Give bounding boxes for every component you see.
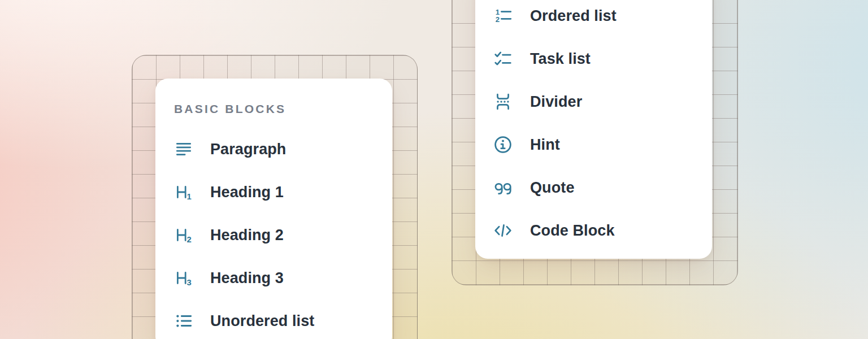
menu-item-hint[interactable]: Hint <box>475 123 712 166</box>
menu-item-code-block[interactable]: Code Block <box>475 209 712 252</box>
ordered-list-icon: 1 2 <box>493 6 513 25</box>
menu-item-heading-3[interactable]: 3 Heading 3 <box>155 257 392 299</box>
menu-item-ordered-list[interactable]: 1 2 Ordered list <box>475 0 712 37</box>
heading-2-icon: 2 <box>174 225 193 245</box>
heading-3-digit: 3 <box>187 278 192 287</box>
menu-item-quote[interactable]: Quote <box>475 166 712 209</box>
menu-item-label: Hint <box>530 136 560 154</box>
menu-item-label: Paragraph <box>210 141 286 158</box>
heading-1-digit: 1 <box>187 192 192 201</box>
heading-2-digit: 2 <box>187 235 192 244</box>
menu-item-label: Heading 1 <box>210 184 284 201</box>
menu-items: 1 2 Ordered list Task list <box>475 0 712 252</box>
unordered-list-icon <box>174 311 193 331</box>
menu-item-label: Heading 2 <box>210 227 284 244</box>
block-menu-illustration: { "accent_color": "#337a99", "label_colo… <box>0 0 868 339</box>
menu-item-heading-1[interactable]: 1 Heading 1 <box>155 171 392 214</box>
menu-item-label: Heading 3 <box>210 270 284 287</box>
more-blocks-panel: 1 2 Ordered list Task list <box>475 0 712 259</box>
paragraph-icon <box>174 140 193 159</box>
divider-icon <box>493 92 513 111</box>
basic-blocks-panel: BASIC BLOCKS Paragraph 1 Heading 1 2 <box>155 79 392 339</box>
menu-item-divider[interactable]: Divider <box>475 80 712 123</box>
menu-item-task-list[interactable]: Task list <box>475 37 712 80</box>
menu-item-label: Code Block <box>530 222 615 240</box>
code-block-icon <box>493 221 513 240</box>
heading-1-icon: 1 <box>174 182 193 202</box>
task-list-icon <box>493 49 513 68</box>
menu-item-label: Quote <box>530 179 575 197</box>
menu-item-label: Unordered list <box>210 312 314 330</box>
menu-item-paragraph[interactable]: Paragraph <box>155 128 392 171</box>
ordered-digit-2: 2 <box>496 15 500 24</box>
menu-item-label: Task list <box>530 50 591 68</box>
menu-items: Paragraph 1 Heading 1 2 Heading 2 <box>155 128 392 339</box>
menu-item-unordered-list[interactable]: Unordered list <box>155 299 392 339</box>
menu-item-label: Divider <box>530 93 582 111</box>
hint-icon <box>493 135 513 154</box>
menu-item-heading-2[interactable]: 2 Heading 2 <box>155 214 392 257</box>
heading-3-icon: 3 <box>174 268 193 288</box>
menu-item-label: Ordered list <box>530 7 617 25</box>
panel-title: BASIC BLOCKS <box>174 102 286 116</box>
quote-icon <box>493 178 513 197</box>
